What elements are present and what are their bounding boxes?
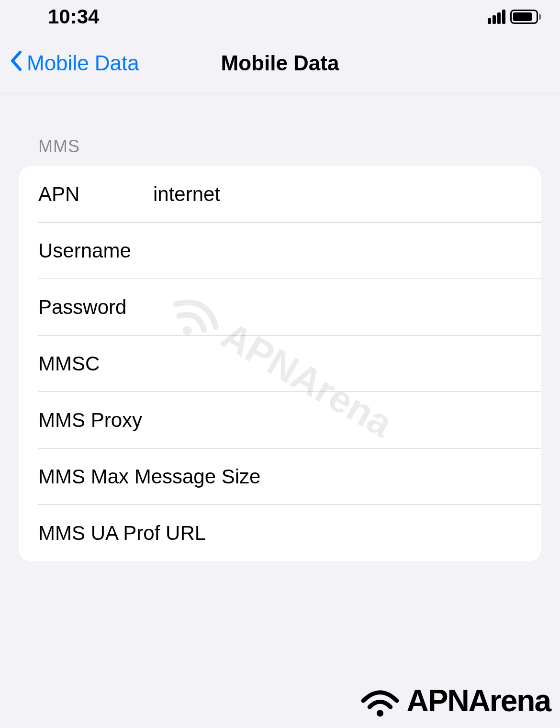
page-title: Mobile Data — [221, 51, 339, 75]
label-password: Password — [38, 296, 153, 319]
chevron-left-icon — [10, 50, 23, 76]
settings-card-mms: APN internet Username Password MMSC MMS … — [19, 166, 541, 561]
row-mms-max-msg[interactable]: MMS Max Message Size — [19, 448, 541, 505]
battery-icon — [510, 10, 541, 24]
row-mms-proxy[interactable]: MMS Proxy — [19, 392, 541, 448]
back-button[interactable]: Mobile Data — [10, 50, 139, 76]
watermark-bottom: APNArena — [358, 683, 550, 718]
label-mms-ua-prof: MMS UA Prof URL — [38, 522, 280, 545]
label-mms-max-msg: MMS Max Message Size — [38, 465, 280, 488]
row-mmsc[interactable]: MMSC — [19, 336, 541, 392]
label-username: Username — [38, 239, 153, 262]
status-icons — [488, 10, 541, 24]
status-time: 10:34 — [48, 5, 99, 28]
svg-point-1 — [377, 710, 383, 717]
value-apn[interactable]: internet — [153, 183, 522, 206]
label-mms-proxy: MMS Proxy — [38, 409, 280, 432]
nav-bar: Mobile Data Mobile Data — [0, 34, 560, 93]
signal-icon — [488, 10, 505, 24]
row-apn[interactable]: APN internet — [19, 166, 541, 223]
watermark-bottom-text: APNArena — [406, 683, 550, 718]
label-apn: APN — [38, 183, 153, 206]
status-bar: 10:34 — [0, 0, 560, 34]
label-mmsc: MMSC — [38, 352, 153, 375]
section-header-mms: MMS — [19, 93, 541, 166]
content: MMS APN internet Username Password MMSC … — [0, 93, 560, 561]
row-username[interactable]: Username — [19, 223, 541, 279]
row-password[interactable]: Password — [19, 279, 541, 336]
wifi-icon — [358, 684, 402, 717]
row-mms-ua-prof[interactable]: MMS UA Prof URL — [19, 505, 541, 561]
back-label: Mobile Data — [27, 51, 139, 75]
